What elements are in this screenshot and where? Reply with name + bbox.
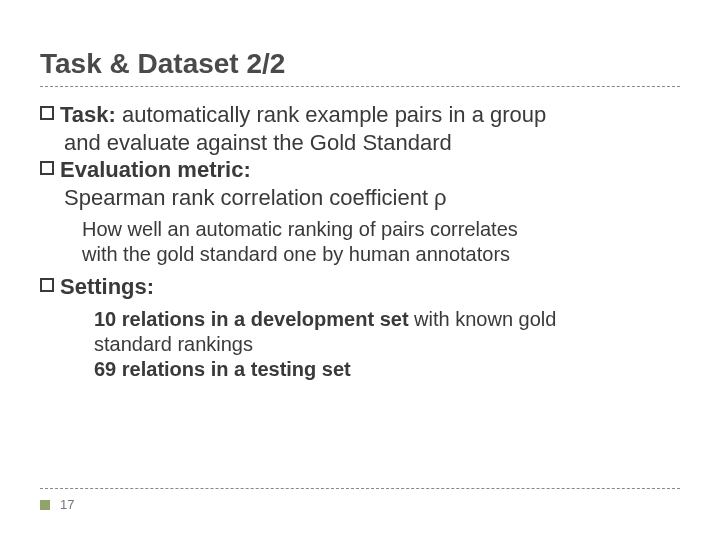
task-cont: and evaluate against the Gold Standard <box>40 129 680 157</box>
slide-content: Task: automatically rank example pairs i… <box>40 101 680 382</box>
title-divider <box>40 86 680 87</box>
bullet-settings: Settings: <box>40 273 680 301</box>
settings-1b: with known gold <box>409 308 557 330</box>
slide-title: Task & Dataset 2/2 <box>40 48 680 80</box>
settings-2: 69 relations in a testing set <box>40 357 680 382</box>
bullet-text: Task: automatically rank example pairs i… <box>60 101 546 129</box>
task-text: automatically rank example pairs in a gr… <box>116 102 546 127</box>
eval-expl-1: How well an automatic ranking of pairs c… <box>40 217 680 242</box>
settings-1a: 10 relations in a development set <box>94 308 409 330</box>
bullet-eval: Evaluation metric: <box>40 156 680 184</box>
eval-label: Evaluation metric: <box>60 156 251 184</box>
square-bullet-icon <box>40 278 54 292</box>
slide-footer: 17 <box>40 488 680 512</box>
task-label: Task: <box>60 102 116 127</box>
square-bullet-icon <box>40 106 54 120</box>
settings-label: Settings: <box>60 273 154 301</box>
square-bullet-icon <box>40 161 54 175</box>
settings-line-1: 10 relations in a development set with k… <box>40 307 680 332</box>
settings-1c: standard rankings <box>40 332 680 357</box>
page-number: 17 <box>60 497 74 512</box>
footer-divider <box>40 488 680 489</box>
footer-square-icon <box>40 500 50 510</box>
eval-expl-2: with the gold standard one by human anno… <box>40 242 680 267</box>
bullet-task: Task: automatically rank example pairs i… <box>40 101 680 129</box>
slide: Task & Dataset 2/2 Task: automatically r… <box>0 0 720 540</box>
footer-row: 17 <box>40 497 680 512</box>
eval-sub: Spearman rank correlation coefficient ρ <box>40 184 680 212</box>
